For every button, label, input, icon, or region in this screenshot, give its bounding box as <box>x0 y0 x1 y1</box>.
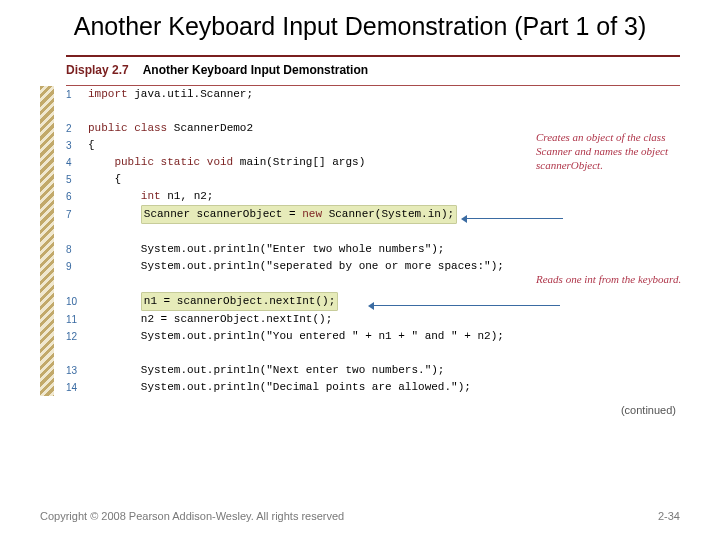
slide-title: Another Keyboard Input Demonstration (Pa… <box>40 12 680 41</box>
code-line: 6 int n1, n2; <box>66 188 680 205</box>
code-line: 8 System.out.println("Enter two whole nu… <box>66 241 680 258</box>
code-line: 7 Scanner scannerObject = new Scanner(Sy… <box>66 205 680 224</box>
footer: Copyright © 2008 Pearson Addison-Wesley.… <box>40 510 680 522</box>
code-line: 11 n2 = scannerObject.nextInt(); <box>66 311 680 328</box>
display-title: Another Keyboard Input Demonstration <box>143 63 368 77</box>
code-line: 12 System.out.println("You entered " + n… <box>66 328 680 345</box>
code-stripe-decoration <box>40 86 54 397</box>
slide: Another Keyboard Input Demonstration (Pa… <box>0 0 720 540</box>
figure: Display 2.7 Another Keyboard Input Demon… <box>40 55 680 417</box>
page-number: 2-34 <box>658 510 680 522</box>
arrow-icon <box>370 305 560 306</box>
code-area: 1import java.util.Scanner; 2public class… <box>40 86 680 397</box>
code-lines: 1import java.util.Scanner; 2public class… <box>66 86 680 397</box>
display-label: Display 2.7 <box>66 63 129 77</box>
annotation-scanner-object: Creates an object of the class Scanner a… <box>536 130 686 173</box>
display-header: Display 2.7 Another Keyboard Input Demon… <box>66 55 680 85</box>
code-line: 1import java.util.Scanner; <box>66 86 680 103</box>
code-line: 14 System.out.println("Decimal points ar… <box>66 379 680 396</box>
code-line: 13 System.out.println("Next enter two nu… <box>66 362 680 379</box>
continued-label: (continued) <box>40 404 676 416</box>
code-highlight: Scanner scannerObject = new Scanner(Syst… <box>141 205 457 224</box>
arrow-icon <box>463 218 563 219</box>
code-line: 5 { <box>66 171 680 188</box>
copyright-text: Copyright © 2008 Pearson Addison-Wesley.… <box>40 510 344 522</box>
annotation-reads-int: Reads one int from the keyboard. <box>536 272 686 286</box>
code-highlight: n1 = scannerObject.nextInt(); <box>141 292 338 311</box>
